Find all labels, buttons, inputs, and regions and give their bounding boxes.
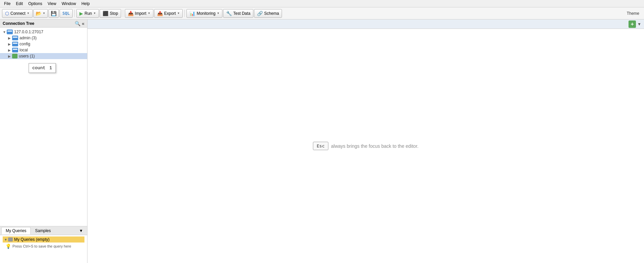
export-label: Export xyxy=(164,11,176,16)
admin-label: admin (3) xyxy=(20,36,37,40)
schema-icon: 🔗 xyxy=(257,11,263,16)
tree-collapse-icon[interactable]: « xyxy=(82,21,84,26)
tab-samples[interactable]: Samples xyxy=(31,227,55,234)
bottom-tab-arrow-icon[interactable]: ▼ xyxy=(76,228,86,233)
separator-2 xyxy=(123,10,123,17)
admin-db-icon xyxy=(12,36,18,40)
monitoring-button[interactable]: 📊 Monitoring ▼ xyxy=(186,9,222,18)
tree-item-users[interactable]: ▶ users (1) xyxy=(0,53,87,59)
import-button[interactable]: 📥 Import ▼ xyxy=(125,9,153,18)
connect-button[interactable]: ⬡ Connect ▼ xyxy=(2,9,33,18)
import-label: Import xyxy=(135,11,146,16)
testdata-icon: 🔧 xyxy=(226,11,232,16)
queries-root-label: My Queries (empty) xyxy=(14,237,49,242)
bottom-queries-panel: My Queries Samples ▼ ▼ My Queries (empty… xyxy=(0,226,87,263)
samples-tab-label: Samples xyxy=(35,228,51,233)
menu-options[interactable]: Options xyxy=(26,1,45,7)
testdata-button[interactable]: 🔧 Test Data xyxy=(223,9,253,18)
hint-bulb-icon: 💡 xyxy=(5,244,11,249)
config-db-icon xyxy=(12,42,18,46)
root-collapse-icon: ▼ xyxy=(3,30,7,34)
admin-expand-icon: ▶ xyxy=(8,36,12,40)
local-label: local xyxy=(20,48,28,52)
stop-button[interactable]: ⬛ Stop xyxy=(100,9,121,18)
esc-hint-text: always brings the focus back to the edit… xyxy=(331,143,419,149)
queries-hint: 💡 Press Ctrl+S to save the query here xyxy=(3,243,84,250)
users-icon xyxy=(12,54,17,58)
open-arrow-icon: ▼ xyxy=(43,12,45,15)
save-button[interactable]: 💾 xyxy=(48,9,59,18)
menu-window[interactable]: Window xyxy=(59,1,79,7)
tree-content: ▼ 127.0.0.1:27017 ▶ admin (3) ▶ config ▶… xyxy=(0,28,87,226)
local-expand-icon: ▶ xyxy=(8,48,12,52)
tab-my-queries[interactable]: My Queries xyxy=(1,227,31,234)
run-icon: ▶ xyxy=(79,11,83,16)
menu-edit[interactable]: Edit xyxy=(13,1,26,7)
bottom-content: ▼ My Queries (empty) 💡 Press Ctrl+S to s… xyxy=(0,235,87,263)
my-queries-tab-label: My Queries xyxy=(6,228,26,233)
connection-tree-title: Connection Tree xyxy=(3,21,34,26)
schema-button[interactable]: 🔗 Schema xyxy=(254,9,282,18)
connection-tree-header: Connection Tree 🔍 « xyxy=(0,19,87,28)
separator-1 xyxy=(74,10,75,17)
menu-bar: File Edit Options View Window Help xyxy=(0,0,644,7)
import-arrow-icon: ▼ xyxy=(148,12,150,15)
save-icon: 💾 xyxy=(51,11,57,16)
main-layout: Connection Tree 🔍 « ▼ 127.0.0.1:27017 ▶ … xyxy=(0,19,644,263)
connect-arrow-icon: ▼ xyxy=(27,12,30,15)
esc-key-label: Esc xyxy=(313,142,328,150)
local-db-icon xyxy=(12,48,18,52)
add-dropdown-icon[interactable]: ▼ xyxy=(637,22,641,27)
content-area: + ▼ Esc always brings the focus back to … xyxy=(87,19,644,263)
config-label: config xyxy=(20,42,30,46)
users-label: users (1) xyxy=(19,54,35,58)
export-button[interactable]: 📤 Export ▼ xyxy=(154,9,183,18)
add-button[interactable]: + xyxy=(629,20,636,28)
theme-label: Theme xyxy=(627,11,642,16)
queries-root-expand-icon: ▼ xyxy=(4,238,8,242)
queries-root-item[interactable]: ▼ My Queries (empty) xyxy=(3,236,84,243)
tree-search-icon[interactable]: 🔍 xyxy=(75,21,80,26)
open-button[interactable]: 📂 ▼ xyxy=(33,9,48,18)
connection-name: 127.0.0.1:27017 xyxy=(14,30,43,34)
tree-item-admin[interactable]: ▶ admin (3) xyxy=(0,35,87,41)
connect-label: Connect xyxy=(10,11,26,16)
export-icon: 📤 xyxy=(157,11,163,16)
stop-icon: ⬛ xyxy=(103,11,108,16)
tree-header-icons: 🔍 « xyxy=(75,21,84,26)
config-expand-icon: ▶ xyxy=(8,42,12,46)
count-value: 1 xyxy=(49,65,52,71)
import-icon: 📥 xyxy=(128,11,134,16)
hint-text: Press Ctrl+S to save the query here xyxy=(12,244,71,248)
run-label: Run xyxy=(84,11,92,16)
count-label: count xyxy=(32,65,45,71)
menu-view[interactable]: View xyxy=(45,1,59,7)
bottom-tabs: My Queries Samples ▼ xyxy=(0,226,87,235)
add-icon: + xyxy=(631,21,634,27)
run-button[interactable]: ▶ Run ▼ xyxy=(76,9,99,18)
export-arrow-icon: ▼ xyxy=(177,12,180,15)
run-arrow-icon: ▼ xyxy=(93,12,96,15)
queries-folder-icon xyxy=(8,237,13,242)
content-toolbar: + ▼ xyxy=(87,19,644,29)
open-folder-icon: 📂 xyxy=(36,11,41,16)
menu-help[interactable]: Help xyxy=(79,1,93,7)
sidebar: Connection Tree 🔍 « ▼ 127.0.0.1:27017 ▶ … xyxy=(0,19,87,263)
tree-item-config[interactable]: ▶ config xyxy=(0,41,87,47)
tree-item-local[interactable]: ▶ local xyxy=(0,47,87,53)
connect-icon: ⬡ xyxy=(5,11,9,16)
stop-label: Stop xyxy=(110,11,118,16)
editor-area[interactable]: Esc always brings the focus back to the … xyxy=(87,29,644,263)
toolbar: ⬡ Connect ▼ 📂 ▼ 💾 SQL ▶ Run ▼ ⬛ Stop 📥 I… xyxy=(0,7,644,19)
testdata-label: Test Data xyxy=(233,11,250,16)
schema-label: Schema xyxy=(264,11,279,16)
sql-button[interactable]: SQL xyxy=(60,9,73,18)
esc-hint: Esc always brings the focus back to the … xyxy=(313,142,418,150)
monitoring-label: Monitoring xyxy=(196,11,215,16)
monitoring-icon: 📊 xyxy=(189,11,195,16)
connection-icon xyxy=(7,30,13,34)
users-expand-icon: ▶ xyxy=(8,54,12,58)
menu-file[interactable]: File xyxy=(1,1,13,7)
monitoring-arrow-icon: ▼ xyxy=(217,12,219,15)
tree-connection-root[interactable]: ▼ 127.0.0.1:27017 xyxy=(0,29,87,35)
